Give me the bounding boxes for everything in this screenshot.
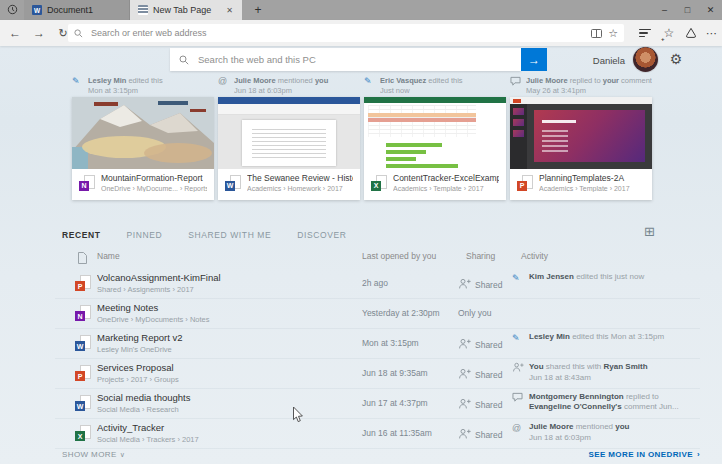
table-header: Name Last opened by you Sharing Activity [0, 251, 722, 266]
tab-label: Document1 [47, 5, 121, 15]
tab-label: New Tab Page [153, 5, 220, 15]
more-options-icon[interactable]: ⋯ [701, 20, 722, 46]
pencil-icon: ✎ [364, 76, 375, 96]
file-name[interactable]: Meeting Notes [97, 302, 347, 313]
show-more-link[interactable]: SHOW MORE∨ [62, 450, 125, 459]
pencil-icon: ✎ [512, 332, 524, 344]
card-activity-time: Just now [380, 86, 506, 95]
last-opened: Mon at 3:15pm [362, 338, 419, 348]
chevron-right-icon: › [697, 450, 700, 459]
address-input[interactable] [89, 27, 585, 39]
table-row[interactable]: W Social media thoughtsSocial Media › Re… [55, 388, 700, 419]
document-card[interactable]: ✎ Eric Vasquez edited this Just now X Co… [364, 76, 506, 200]
card-title[interactable]: PlanningTemplates-2A [539, 173, 645, 183]
card-thumbnail-mountain-report [72, 97, 214, 169]
file-name[interactable]: VolcanoAssignment-KimFinal [97, 272, 347, 283]
table-row[interactable]: W Marketing Report v2Lesley Min's OneDri… [55, 328, 700, 359]
column-header-last-opened[interactable]: Last opened by you [362, 251, 436, 261]
onenote-file-icon: N [79, 175, 95, 191]
column-header-activity[interactable]: Activity [521, 251, 548, 261]
column-header-sharing[interactable]: Sharing [466, 251, 495, 261]
last-opened: 2h ago [362, 278, 388, 288]
card-breadcrumb: OneDrive › MyDocume... › Reports [101, 185, 207, 192]
file-name[interactable]: Social media thoughts [97, 392, 347, 403]
card-activity-time: Mon at 3:15pm [88, 86, 214, 95]
sharing-status: Shared [475, 280, 502, 290]
at-mention-icon: @ [512, 422, 524, 442]
comment-icon [512, 392, 524, 413]
people-icon [458, 338, 471, 351]
tab-pinned[interactable]: PINNED [127, 230, 163, 240]
activity-text: You shared this with Ryan Smith [529, 362, 648, 372]
pencil-icon: ✎ [512, 272, 524, 284]
people-icon [458, 368, 471, 381]
word-file-icon: W [75, 335, 91, 351]
hub-icon[interactable] [634, 20, 656, 46]
activity-time: Jun 18 at 6:03pm [529, 433, 630, 442]
sharing-status: Shared [475, 340, 502, 350]
card-activity-text: Julie Moore replied to your comment [526, 76, 652, 85]
last-opened: Jun 16 at 11:35am [362, 428, 432, 438]
forward-button[interactable]: → [28, 20, 50, 46]
onenote-file-icon: N [75, 305, 91, 321]
file-path: Social Media › Trackers › 2017 [97, 435, 347, 444]
last-opened: Jun 17 at 4:37pm [362, 398, 428, 408]
card-thumbnail-powerpoint-slide [510, 97, 652, 169]
window-controls: – □ ✕ [653, 0, 722, 20]
new-tab-button[interactable]: + [248, 0, 268, 20]
tab-recent[interactable]: RECENT [62, 230, 101, 240]
file-name[interactable]: Marketing Report v2 [97, 332, 347, 343]
tab-shared-with-me[interactable]: SHARED WITH ME [188, 230, 271, 240]
minimize-button[interactable]: – [653, 0, 676, 20]
back-button[interactable]: ← [4, 20, 26, 46]
show-more-label: SHOW MORE [62, 450, 117, 459]
reading-view-icon[interactable] [591, 29, 602, 38]
column-header-name[interactable]: Name [97, 251, 120, 261]
tab-document1[interactable]: W Document1 [24, 0, 130, 20]
word-app-icon: W [32, 5, 42, 15]
share-icon[interactable] [680, 20, 702, 46]
tab-history-button[interactable] [0, 0, 25, 20]
table-row[interactable]: N Meeting NotesOneDrive › MyDocuments › … [55, 298, 700, 329]
clock-icon [7, 1, 18, 19]
grid-view-icon[interactable]: ⊞ [644, 224, 655, 239]
document-card[interactable]: Julie Moore replied to your comment May … [510, 76, 652, 200]
word-file-icon: W [75, 395, 91, 411]
card-title[interactable]: MountainFormation-Report [101, 173, 207, 183]
address-bar[interactable]: ☆ [68, 24, 624, 42]
card-title[interactable]: The Sewanee Review - History [247, 173, 353, 183]
people-icon [512, 362, 524, 382]
see-more-in-onedrive-link[interactable]: SEE MORE IN ONEDRIVE› [588, 450, 700, 459]
document-card[interactable]: @ Julie Moore mentioned you Jun 18 at 6:… [218, 76, 360, 200]
table-row[interactable]: P VolcanoAssignment-KimFinalShared › Ass… [55, 268, 700, 299]
last-opened: Yesterday at 2:30pm [362, 308, 440, 318]
add-favorites-icon[interactable]: ☆+ [658, 20, 680, 46]
card-breadcrumb: Academics › Homework › 2017 [247, 185, 353, 192]
sharing-status: Shared [475, 370, 502, 380]
file-name[interactable]: Services Proposal [97, 362, 347, 373]
file-path: Lesley Min's OneDrive [97, 345, 347, 354]
at-mention-icon: @ [218, 76, 229, 96]
file-path: OneDrive › MyDocuments › Notes [97, 315, 347, 324]
file-path: Social Media › Research [97, 405, 347, 414]
tab-discover[interactable]: DISCOVER [297, 230, 346, 240]
favorite-star-icon[interactable]: ☆ [608, 27, 618, 40]
card-activity-time: May 26 at 3:41pm [526, 86, 652, 95]
new-tab-page-icon [138, 5, 148, 15]
tab-new-tab-page[interactable]: New Tab Page ✕ [130, 0, 242, 20]
avatar[interactable] [633, 47, 658, 72]
maximize-button[interactable]: □ [676, 0, 699, 20]
people-icon [458, 398, 471, 411]
activity-text: Kim Jensen edited this just now [529, 272, 644, 282]
table-row[interactable]: X Activity_TrackerSocial Media › Tracker… [55, 418, 700, 449]
card-title[interactable]: ContentTracker-ExcelExample [393, 173, 499, 183]
tab-close-icon[interactable]: ✕ [225, 6, 234, 15]
gear-icon[interactable]: ⚙ [666, 49, 686, 69]
document-card[interactable]: ✎ Lesley Min edited this Mon at 3:15pm [72, 76, 214, 200]
last-opened: Jun 18 at 9:35am [362, 368, 428, 378]
file-path: Shared › Assignemnts › 2017 [97, 285, 347, 294]
table-row[interactable]: P Services ProposalProjects › 2017 › Gro… [55, 358, 700, 389]
powerpoint-file-icon: P [75, 365, 91, 381]
close-button[interactable]: ✕ [699, 0, 722, 20]
file-name[interactable]: Activity_Tracker [97, 422, 347, 433]
